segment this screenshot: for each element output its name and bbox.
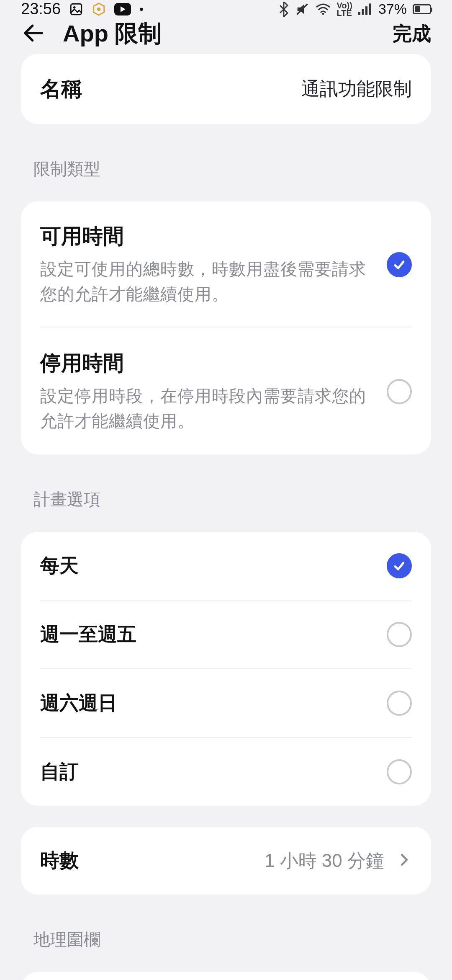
hex-icon: [92, 2, 106, 16]
section-geo: 地理圍欄: [21, 895, 431, 972]
battery-icon: [413, 4, 431, 14]
checkmark-icon: [387, 252, 412, 277]
plan-option-custom[interactable]: 自訂: [21, 738, 431, 806]
done-button[interactable]: 完成: [393, 21, 431, 47]
svg-point-1: [73, 6, 76, 8]
svg-point-7: [322, 13, 324, 15]
chevron-right-icon: [397, 852, 412, 869]
hours-card[interactable]: 時數 1 小時 30 分鐘: [21, 827, 431, 895]
plan-option-weekend[interactable]: 週六週日: [21, 669, 431, 737]
status-time: 23:56: [21, 0, 61, 18]
restrict-option-available[interactable]: 可用時間 設定可使用的總時數，時數用盡後需要請求您的允許才能繼續使用。: [21, 201, 431, 328]
header: App 限制 完成: [0, 18, 452, 50]
name-value: 通訊功能限制: [301, 77, 412, 101]
svg-rect-0: [71, 4, 82, 15]
status-bar: 23:56 • Vo))LTE 37%: [0, 0, 452, 18]
plan-option-weekdays[interactable]: 週一至週五: [21, 601, 431, 668]
gallery-icon: [69, 2, 83, 16]
name-label: 名稱: [40, 75, 289, 103]
radio-unchecked-icon: [387, 691, 412, 716]
radio-unchecked-icon: [387, 759, 412, 784]
geo-card: 在位置範圍內有效: [21, 972, 431, 980]
svg-rect-8: [358, 12, 360, 15]
svg-point-3: [97, 7, 101, 11]
wifi-icon: [315, 3, 331, 15]
plan-card: 每天 週一至週五 週六週日 自訂: [21, 532, 431, 806]
section-restrict-type: 限制類型: [21, 124, 431, 201]
geo-row[interactable]: 在位置範圍內有效: [21, 972, 431, 980]
plan-label: 週一至週五: [40, 622, 374, 647]
dot-icon: •: [139, 3, 144, 16]
svg-rect-11: [369, 3, 371, 15]
restrict-option-downtime[interactable]: 停用時間 設定停用時段，在停用時段內需要請求您的允許才能繼續使用。: [21, 328, 431, 454]
battery-percent: 37%: [378, 1, 407, 17]
plan-label: 每天: [40, 553, 374, 579]
hours-label: 時數: [40, 848, 252, 874]
volte-icon: Vo))LTE: [337, 2, 352, 17]
plan-label: 週六週日: [40, 690, 374, 716]
svg-rect-9: [362, 9, 364, 15]
section-plan: 計畫選項: [21, 454, 431, 532]
hours-value: 1 小時 30 分鐘: [265, 848, 384, 873]
plan-label: 自訂: [40, 759, 374, 785]
signal-icon: [358, 3, 372, 15]
name-card[interactable]: 名稱 通訊功能限制: [21, 54, 431, 124]
radio-unchecked-icon: [387, 622, 412, 647]
restrict-option-desc: 設定可使用的總時數，時數用盡後需要請求您的允許才能繼續使用。: [40, 256, 374, 307]
svg-rect-10: [365, 6, 367, 15]
checkmark-icon: [387, 553, 412, 578]
restrict-option-title: 停用時間: [40, 349, 374, 377]
mute-icon: [295, 2, 309, 16]
bluetooth-icon: [278, 2, 289, 17]
restrict-option-desc: 設定停用時段，在停用時段內需要請求您的允許才能繼續使用。: [40, 383, 374, 433]
radio-unchecked-icon: [387, 379, 412, 404]
restrict-type-card: 可用時間 設定可使用的總時數，時數用盡後需要請求您的允許才能繼續使用。 停用時間…: [21, 201, 431, 454]
restrict-option-title: 可用時間: [40, 222, 374, 250]
page-title: App 限制: [63, 18, 376, 50]
back-button[interactable]: [21, 21, 46, 47]
plan-option-daily[interactable]: 每天: [21, 532, 431, 600]
youtube-icon: [114, 3, 131, 15]
